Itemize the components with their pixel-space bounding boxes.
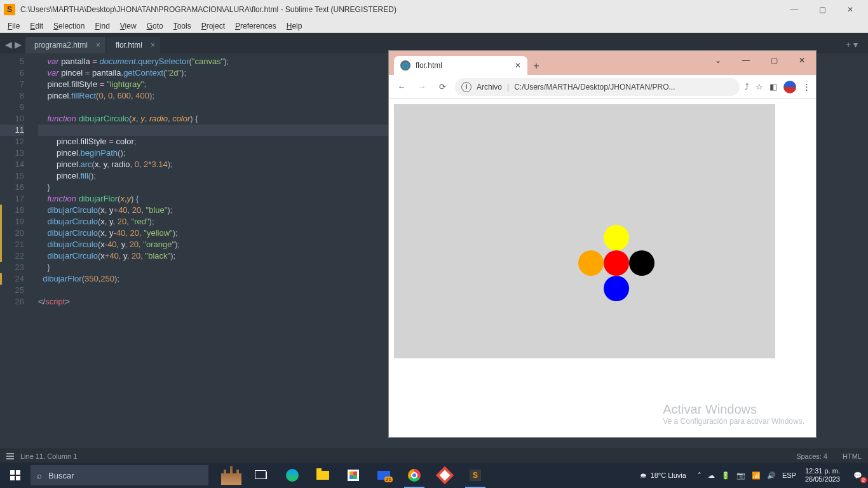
statusbar-menu-icon[interactable]: [6, 453, 14, 459]
tab-close-icon[interactable]: ×: [96, 41, 100, 50]
sublime-taskbar-icon[interactable]: S: [460, 463, 491, 488]
file-tab[interactable]: programa2.html×: [25, 37, 105, 53]
globe-icon: 🌐: [400, 60, 410, 71]
taskbar-search[interactable]: ⌕ Buscar: [31, 465, 208, 485]
canvas-output: [394, 104, 775, 358]
chrome-viewport: Activar Windows Ve a Configuración para …: [389, 99, 816, 437]
circle-blue: [604, 276, 629, 301]
chrome-minimize-button[interactable]: —: [732, 51, 760, 70]
forward-button[interactable]: →: [414, 79, 430, 95]
line-gutter: 567891011121314151617181920212223242526: [0, 53, 31, 451]
chrome-toolbar: ← → ⟳ i Archivo | C:/Users/MARTHA/Deskto…: [389, 75, 816, 99]
chrome-taskbar-icon[interactable]: [399, 463, 430, 488]
statusbar-position: Line 11, Column 1: [20, 452, 77, 460]
menu-edit[interactable]: Edit: [25, 20, 48, 32]
circle-black: [629, 250, 654, 276]
chrome-tab-search-icon[interactable]: ⌄: [704, 51, 732, 70]
microsoft-store-icon[interactable]: [338, 463, 369, 488]
chrome-close-button[interactable]: ✕: [788, 51, 816, 70]
bookmark-icon[interactable]: ☆: [756, 82, 763, 92]
menu-help[interactable]: Help: [281, 20, 308, 32]
taskbar-clock[interactable]: 12:31 p. m. 26/05/2023: [805, 467, 840, 484]
volume-icon[interactable]: 🔊: [767, 471, 776, 480]
chrome-menu-icon[interactable]: ⋮: [803, 82, 811, 92]
weather-icon: 🌧: [640, 471, 647, 479]
file-tab[interactable]: flor.html×: [107, 37, 160, 53]
url-scheme-label: Archivo: [477, 83, 502, 92]
chrome-tab[interactable]: 🌐 flor.html ✕: [394, 56, 527, 75]
chrome-new-tab-button[interactable]: +: [527, 57, 545, 75]
sublime-title-text: C:\Users\MARTHA\Desktop\JHONATAN\PROGRAM…: [20, 5, 780, 14]
minimize-button[interactable]: —: [780, 0, 808, 19]
menu-find[interactable]: Find: [90, 20, 114, 32]
statusbar-language[interactable]: HTML: [843, 452, 862, 460]
battery-icon[interactable]: 🔋: [721, 471, 730, 480]
tray-chevron-icon[interactable]: ˄: [698, 471, 702, 480]
windows-taskbar: ⌕ Buscar 21 S 🌧 18°C Lluvia ˄ ☁ 🔋 📷 📶 🔊 …: [0, 463, 868, 488]
search-icon: ⌕: [37, 471, 42, 480]
statusbar-spaces[interactable]: Spaces: 4: [796, 452, 827, 460]
reload-button[interactable]: ⟳: [435, 79, 450, 95]
menu-goto[interactable]: Goto: [142, 20, 168, 32]
sublime-titlebar: S C:\Users\MARTHA\Desktop\JHONATAN\PROGR…: [0, 0, 868, 19]
maximize-button[interactable]: ▢: [808, 0, 836, 19]
file-explorer-icon[interactable]: [308, 463, 338, 488]
address-bar[interactable]: i Archivo | C:/Users/MARTHA/Desktop/JHON…: [455, 78, 740, 96]
site-info-icon[interactable]: i: [461, 82, 471, 92]
back-button[interactable]: ←: [394, 79, 409, 95]
close-button[interactable]: ✕: [836, 0, 864, 19]
new-tab-button[interactable]: + ▾: [846, 39, 863, 53]
menu-preferences[interactable]: Preferences: [230, 20, 281, 32]
notification-center-icon[interactable]: 💬2: [849, 466, 867, 484]
start-button[interactable]: [0, 463, 31, 488]
tab-history-arrows[interactable]: ◀ ▶: [5, 39, 25, 53]
weather-text: 18°C Lluvia: [651, 471, 686, 479]
circle-red: [604, 250, 629, 276]
wifi-icon[interactable]: 📶: [752, 471, 761, 480]
chrome-tab-title: flor.html: [416, 61, 442, 70]
chrome-tabstrip: 🌐 flor.html ✕ + ⌄ — ▢ ✕: [389, 51, 816, 75]
git-icon[interactable]: [430, 463, 460, 488]
circle-yellow: [604, 225, 629, 250]
share-icon[interactable]: ⤴: [745, 82, 749, 92]
profile-avatar[interactable]: [783, 81, 796, 93]
circle-orange: [578, 250, 604, 276]
onedrive-icon[interactable]: ☁: [708, 471, 715, 480]
chrome-window: 🌐 flor.html ✕ + ⌄ — ▢ ✕ ← → ⟳ i Archivo …: [389, 51, 816, 437]
menu-file[interactable]: File: [3, 20, 25, 32]
mail-icon[interactable]: 21: [369, 463, 399, 488]
menu-tools[interactable]: Tools: [168, 20, 196, 32]
tab-close-icon[interactable]: ×: [151, 41, 155, 50]
side-panel-icon[interactable]: ◧: [770, 82, 777, 92]
system-tray[interactable]: ˄ ☁ 🔋 📷 📶 🔊 ESP: [698, 471, 796, 480]
windows-activation-watermark: Activar Windows Ve a Configuración para …: [663, 402, 804, 426]
sublime-menubar: FileEditSelectionFindViewGotoToolsProjec…: [0, 19, 868, 33]
weather-widget[interactable]: 🌧 18°C Lluvia: [640, 471, 686, 479]
cortana-icon[interactable]: [216, 463, 247, 488]
menu-project[interactable]: Project: [196, 20, 230, 32]
chrome-maximize-button[interactable]: ▢: [760, 51, 788, 70]
chrome-tab-close-icon[interactable]: ✕: [502, 61, 521, 70]
edge-icon[interactable]: [277, 463, 308, 488]
url-text: C:/Users/MARTHA/Desktop/JHONATAN/PRO...: [514, 83, 675, 92]
sublime-icon: S: [4, 4, 15, 15]
sublime-statusbar: Line 11, Column 1 Spaces: 4 HTML: [0, 449, 868, 463]
minimap[interactable]: [811, 53, 868, 451]
task-view-icon[interactable]: [247, 463, 277, 488]
taskbar-search-placeholder: Buscar: [48, 471, 74, 480]
meet-now-icon[interactable]: 📷: [736, 471, 745, 480]
menu-view[interactable]: View: [115, 20, 142, 32]
language-indicator[interactable]: ESP: [782, 471, 796, 479]
menu-selection[interactable]: Selection: [48, 20, 90, 32]
